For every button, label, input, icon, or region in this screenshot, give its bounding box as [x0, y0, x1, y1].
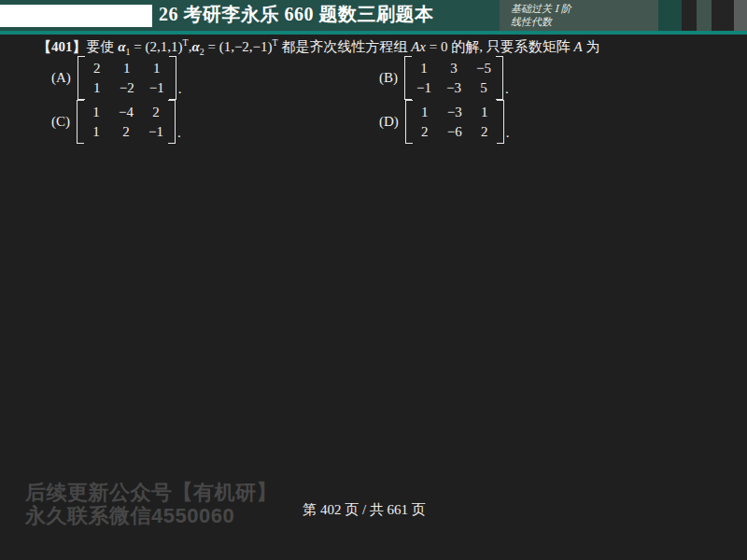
option-a-label: (A) — [51, 70, 71, 86]
equals-zero: = 0 — [426, 39, 447, 54]
decorative-bar — [712, 0, 734, 31]
option-a: (A) 2 1 1 1 −2 −1 . — [51, 56, 182, 100]
header-blank-box — [0, 5, 152, 27]
question-text: 【401】要使 α1 = (2,1,1)T,α2 = (1,−2,−1)T 都是… — [37, 37, 728, 57]
a-variable: A — [573, 39, 582, 54]
alpha1-symbol: α — [118, 39, 125, 54]
matrix-cell: 2 — [93, 60, 101, 77]
page-title: 26 考研李永乐 660 题数三刷题本 — [159, 2, 434, 27]
decorative-bar — [658, 0, 682, 31]
page-root: 26 考研李永乐 660 题数三刷题本 基础过关 Ⅰ 阶 线性代数 【401】要… — [0, 0, 747, 560]
option-d-period: . — [506, 125, 510, 144]
matrix-cell: 2 — [481, 123, 488, 140]
option-c-label: (C) — [51, 114, 70, 130]
alpha2-symbol: α — [191, 39, 199, 54]
matrix-cell: 1 — [481, 104, 488, 120]
decorative-bar — [697, 0, 712, 31]
option-a-matrix: 2 1 1 1 −2 −1 — [78, 56, 176, 100]
option-d-matrix: 1 −3 1 2 −6 2 — [405, 100, 504, 144]
question-number: 【401】 — [37, 39, 87, 54]
matrix-cell: 1 — [92, 104, 100, 120]
decorative-bar — [682, 0, 697, 31]
matrix-cell: −1 — [149, 79, 164, 96]
matrix-cell: 1 — [93, 79, 101, 96]
matrix-cell: −6 — [447, 123, 462, 140]
matrix-cell: 2 — [152, 104, 160, 120]
matrix-cell: 1 — [420, 60, 428, 77]
content-area: 【401】要使 α1 = (2,1,1)T,α2 = (1,−2,−1)T 都是… — [0, 35, 747, 560]
matrix-cell: 3 — [450, 60, 458, 77]
matrix-cell: −1 — [148, 123, 163, 140]
option-b: (B) 1 3 −5 −1 −3 5 . — [379, 56, 509, 100]
ax-variable: Ax — [411, 39, 426, 54]
alpha1-value: = (2,1,1) — [131, 39, 183, 54]
question-tail: 为 — [583, 39, 600, 54]
question-pre: 要使 — [87, 39, 119, 54]
option-a-period: . — [178, 81, 182, 100]
matrix-cell: 1 — [421, 104, 429, 120]
option-c-period: . — [177, 125, 181, 144]
matrix-cell: −2 — [120, 79, 134, 96]
option-c: (C) 1 −4 2 1 2 −1 . — [51, 100, 181, 144]
stage-panel: 基础过关 Ⅰ 阶 线性代数 — [500, 0, 658, 31]
matrix-cell: −1 — [416, 79, 431, 96]
option-b-period: . — [505, 81, 509, 100]
stage-line-1: 基础过关 Ⅰ 阶 — [511, 2, 658, 15]
alpha2-value: = (1,−2,−1) — [204, 39, 273, 54]
option-b-label: (B) — [379, 70, 398, 86]
option-d: (D) 1 −3 1 2 −6 2 . — [379, 100, 510, 144]
option-c-matrix: 1 −4 2 1 2 −1 — [77, 100, 176, 144]
matrix-cell: 5 — [480, 79, 487, 96]
matrix-cell: 2 — [122, 123, 130, 140]
page-indicator: 第 402 页 / 共 661 页 — [0, 501, 728, 519]
option-b-matrix: 1 3 −5 −1 −3 5 — [404, 56, 503, 100]
matrix-cell: 1 — [92, 123, 100, 140]
question-mid1: 都是齐次线性方程组 — [278, 39, 412, 54]
matrix-cell: −5 — [476, 60, 491, 77]
stage-line-2: 线性代数 — [511, 15, 658, 28]
matrix-cell: −3 — [446, 79, 461, 96]
matrix-cell: −3 — [447, 104, 462, 120]
matrix-cell: −4 — [119, 104, 134, 120]
question-mid2: 的解, 只要系数矩阵 — [447, 39, 573, 54]
header-bar: 26 考研李永乐 660 题数三刷题本 基础过关 Ⅰ 阶 线性代数 — [0, 0, 747, 31]
matrix-cell: 2 — [421, 123, 429, 140]
decorative-bar — [734, 0, 747, 31]
matrix-cell: 1 — [123, 60, 131, 77]
option-d-label: (D) — [379, 114, 399, 130]
matrix-cell: 1 — [153, 60, 161, 77]
